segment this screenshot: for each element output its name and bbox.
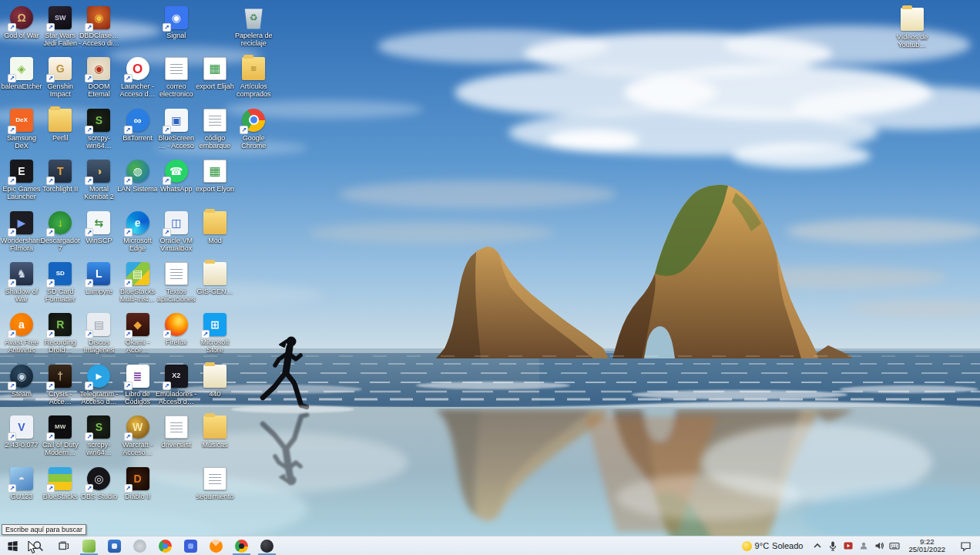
desktop-icon-libro-de-c-digos[interactable]: ≣↗Libro de Códigos: [117, 365, 159, 405]
desktop-icon-discos-im-genes[interactable]: ▤↗Discos Imágenes: [78, 313, 119, 354]
desktop-icon-balenaetcher[interactable]: ◈↗balenaEtcher: [1, 57, 42, 90]
desktop-icon-descargador-7[interactable]: ↓↗Descargador 7: [39, 211, 81, 252]
desktop-icon-c-digo-embarque[interactable]: código embarque: [194, 109, 236, 150]
desktop-icon-mortal-kombat-2[interactable]: ◑↗Mortal Kombat 2: [78, 160, 119, 200]
desktop-icon-diablo-ii[interactable]: D↗Diablo II: [117, 467, 159, 500]
orange-app-taskbar-button[interactable]: [203, 536, 229, 555]
desktop-icon-shadow-of-war[interactable]: ♞↗Shadow of War: [1, 262, 42, 303]
desktop-icon-signal[interactable]: ◉↗Signal: [156, 6, 197, 39]
desktop-icon-440[interactable]: 440: [194, 365, 236, 398]
microphone-icon[interactable]: [825, 536, 841, 555]
chevron-up-icon[interactable]: [810, 536, 825, 555]
icon-label: Google Chrome: [233, 134, 274, 150]
desktop-icon-correo-electronico[interactable]: correo electronico: [156, 57, 197, 98]
app-icon: ◆↗: [126, 313, 149, 336]
desktop-icon-samsung-dex[interactable]: DeX↗Samsung DeX: [1, 109, 42, 150]
desktop-icon-scrcpy-win64[interactable]: S↗scrcpy-win64…: [78, 415, 119, 456]
shortcut-arrow-icon: ↗: [85, 177, 93, 185]
desktop-icon-doom-eternal[interactable]: ◉↗DOOM Eternal: [78, 57, 119, 98]
app-icon: ⊞↗: [203, 313, 227, 336]
desktop-icon-microsoft-edge[interactable]: e↗Microsoft Edge: [117, 211, 159, 252]
desktop-icon-v-deos-de-youtub[interactable]: Vídeos de Youtub…: [891, 8, 933, 49]
app-icon: ▶↗: [10, 211, 33, 234]
desktop-icon-launcher-acceso-d[interactable]: O↗Launcher - Acceso d…: [117, 57, 159, 98]
windows-logo-icon: [7, 540, 18, 552]
start-button[interactable]: [0, 536, 25, 555]
desktop-icon-sd-card-formatter[interactable]: SD↗SD Card Formatter: [39, 262, 81, 303]
chrome-taskbar-button[interactable]: [153, 536, 178, 555]
weather-widget[interactable]: 9°C Soleado: [737, 541, 808, 551]
faded-app-taskbar-button[interactable]: [127, 536, 153, 555]
desktop-icon-gis-gen[interactable]: GIS-GEN…: [194, 262, 236, 295]
desktop-icon-dbdclase-acceso-di[interactable]: ◉↗DBDClase… - Acceso di…: [78, 6, 119, 47]
shortcut-arrow-icon: ↗: [163, 382, 171, 390]
people-app-icon[interactable]: [856, 536, 871, 555]
desktop-icon-emuladores-acceso-d[interactable]: X2↗Emuladores - Acceso d…: [156, 365, 197, 405]
desktop-icon-perfil[interactable]: Perfil: [39, 109, 81, 142]
desktop-icon-m-sicas[interactable]: Músicas: [194, 415, 236, 449]
desktop-icon-wondershare-filmora[interactable]: ▶↗Wondershare Filmora: [1, 211, 42, 252]
desktop-icon-avast-free-antivirus[interactable]: a↗Avast Free Antivirus: [1, 313, 42, 354]
icon-label: export Elyon: [194, 185, 236, 193]
icon-label: Descargador 7: [39, 237, 81, 252]
desktop-icon-star-wars-jedi-fallen-order[interactable]: SW↗Star Wars Jedi Fallen Order: [39, 6, 81, 47]
desktop-icon-obs-studio[interactable]: ◎↗OBS Studio: [78, 467, 119, 500]
icon-label: God of War: [1, 32, 42, 39]
shortcut-arrow-icon: ↗: [124, 177, 133, 185]
desktop-icon-firefox[interactable]: ↗Firefox: [156, 313, 197, 346]
icon-label: Warcraft - Acceso…: [117, 441, 159, 456]
desktop-icon-microsoft-store[interactable]: ⊞↗Microsoft Store: [194, 313, 236, 354]
icon-label: Wondershare Filmora: [1, 237, 42, 252]
dark-app-taskbar-button[interactable]: [254, 536, 280, 555]
desktop-icon-god-of-war[interactable]: Ω↗God of War: [1, 6, 42, 39]
icon-label: DBDClase… - Acceso di…: [78, 32, 119, 47]
video-app-icon[interactable]: [841, 536, 856, 555]
desktop-icon-genshin-impact[interactable]: G↗Genshin Impact: [39, 57, 81, 98]
desktop-icon-call-of-duty-modern[interactable]: MW↗Call of Duty Modern…: [39, 415, 81, 456]
desktop-icon-gu123[interactable]: ◓↗GU123: [1, 467, 42, 500]
desktop-icon-bluestacks[interactable]: ↗BlueStacks: [39, 467, 81, 500]
desktop-icon-driverslist[interactable]: driverslist: [156, 415, 197, 449]
clock[interactable]: 9:22 25/01/2022: [904, 538, 949, 553]
desktop-icon-art-culos-comprados[interactable]: ≋Artículos comprados: [233, 57, 274, 98]
desktop-icon-mod[interactable]: Mod: [194, 211, 236, 244]
desktop-icon-steam[interactable]: ◉↗Steam: [1, 365, 42, 398]
desktop-icon-winscp[interactable]: ⇆↗WinSCP: [78, 211, 119, 244]
desktop-icon-papelera-de-reciclaje[interactable]: ♻Papelera de reciclaje: [233, 6, 274, 47]
desktop-icon-crysis-acce[interactable]: †↗Crysis - Acce…: [39, 365, 81, 405]
desktop-icon-bluescreen-acceso-dir[interactable]: ▣↗BlueScreen… - Acceso dir…: [156, 109, 197, 150]
desktop-icon-textos-aplicaciones[interactable]: Textos aplicaciones: [156, 262, 197, 303]
keyboard-icon[interactable]: [887, 536, 902, 555]
action-center-button[interactable]: [951, 540, 978, 552]
desktop-icon-lan-sistema[interactable]: ◍↗LAN Sistema: [117, 160, 159, 193]
speaker-icon[interactable]: [871, 536, 887, 555]
shortcut-arrow-icon: ↗: [46, 177, 55, 185]
desktop-icon-bluestacks-multi-inst[interactable]: ▤↗BlueStacks Multi-Inst…: [117, 262, 159, 303]
desktop-icon-okami-acce[interactable]: ◆↗Okami - Acce…: [117, 313, 159, 354]
desktop-icon-epic-games-launcher[interactable]: E↗Epic Games Launcher: [1, 160, 42, 200]
shortcut-arrow-icon: ↗: [8, 279, 16, 288]
app-icon: V↗: [10, 415, 33, 439]
desktop-icon-telegramm-acceso-d[interactable]: ▸↗Telegramm - Acceso d…: [78, 365, 119, 405]
chrome-profile-taskbar-button[interactable]: [229, 536, 254, 555]
desktop-icon-export-elijah[interactable]: ▦export Elijah: [194, 57, 236, 90]
desktop-icon-seguimiento[interactable]: seguimiento: [194, 467, 236, 500]
desktop-icon-scrcpy-win64[interactable]: S↗scrcpy-win64…: [78, 109, 119, 150]
desktop-icon-recording-droid[interactable]: R↗Recording Droid…: [39, 313, 81, 354]
remote-app-taskbar-button[interactable]: [178, 536, 203, 555]
shortcut-arrow-icon: ↗: [8, 228, 16, 237]
desktop-icon-oracle-vm-virtualbox[interactable]: ◫↗Oracle VM VirtualBox: [156, 211, 197, 252]
desktop-icon-bittorrent[interactable]: ∞↗BitTorrent: [117, 109, 159, 142]
desktop-icon-torchlight-ii[interactable]: T↗Torchlight II: [39, 160, 81, 193]
icon-label: 440: [194, 390, 236, 398]
desktop-icon-google-chrome[interactable]: ↗Google Chrome: [233, 109, 274, 150]
desktop-icon-warcraft-acceso[interactable]: W↗Warcraft - Acceso…: [117, 415, 159, 456]
desktop-icon-whatsapp[interactable]: ☎↗WhatsApp: [156, 160, 197, 193]
task-view-button[interactable]: [51, 536, 76, 555]
desktop-icon-export-elyon[interactable]: ▦export Elyon: [194, 160, 236, 193]
notepad-app-taskbar-button[interactable]: [76, 536, 102, 555]
desktop-icon-2-43-0-077[interactable]: V↗2.43-0.077: [1, 415, 42, 449]
toolbox-app-taskbar-button[interactable]: [102, 536, 127, 555]
app-icon: ↗: [49, 467, 72, 490]
desktop-icon-lampyre[interactable]: L↗Lampyre: [78, 262, 119, 295]
